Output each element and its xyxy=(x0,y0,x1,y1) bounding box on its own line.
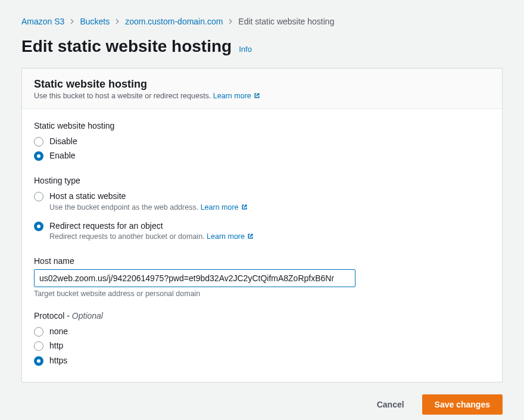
breadcrumb-link-bucket[interactable]: zoom.custom-domain.com xyxy=(125,17,223,26)
radio-enable[interactable]: Enable xyxy=(34,148,490,163)
page-title: Edit static website hosting xyxy=(21,37,232,56)
learn-more-link[interactable]: Learn more xyxy=(213,92,261,100)
external-link-icon xyxy=(241,203,248,211)
chevron-right-icon xyxy=(114,18,120,24)
host-name-input[interactable] xyxy=(34,269,355,287)
field-label: Host name xyxy=(34,256,490,266)
cancel-button[interactable]: Cancel xyxy=(365,394,416,415)
field-protocol: Protocol - Optional none http https xyxy=(34,311,490,368)
panel-title: Static website hosting xyxy=(34,78,490,91)
breadcrumb-link-s3[interactable]: Amazon S3 xyxy=(21,17,64,26)
field-label: Hosting type xyxy=(34,176,490,185)
radio-icon xyxy=(34,341,43,351)
radio-icon xyxy=(34,137,43,147)
radio-icon xyxy=(34,356,43,366)
field-static-hosting: Static website hosting Disable Enable xyxy=(34,121,490,163)
save-changes-button[interactable]: Save changes xyxy=(422,394,503,415)
field-label: Static website hosting xyxy=(34,121,490,130)
field-host-name: Host name Target bucket website address … xyxy=(34,256,490,298)
breadcrumb-current: Edit static website hosting xyxy=(238,17,334,26)
external-link-icon xyxy=(253,92,261,99)
radio-disable[interactable]: Disable xyxy=(34,134,490,148)
radio-protocol-none[interactable]: none xyxy=(34,324,490,338)
panel-static-website-hosting: Static website hosting Use this bucket t… xyxy=(21,68,503,382)
learn-more-link[interactable]: Learn more xyxy=(207,232,254,241)
field-hint: Target bucket website address or persona… xyxy=(34,290,490,298)
radio-icon xyxy=(34,192,43,201)
radio-icon xyxy=(34,327,43,337)
radio-host-static[interactable]: Host a static website Use the bucket end… xyxy=(34,189,490,213)
info-link[interactable]: Info xyxy=(239,45,252,54)
learn-more-link[interactable]: Learn more xyxy=(201,203,248,211)
chevron-right-icon xyxy=(69,18,75,24)
radio-icon xyxy=(34,222,43,231)
field-hosting-type: Hosting type Host a static website Use t… xyxy=(34,176,490,243)
external-link-icon xyxy=(247,232,254,240)
radio-icon xyxy=(34,151,43,161)
field-label: Protocol - Optional xyxy=(34,311,490,321)
breadcrumb: Amazon S3 Buckets zoom.custom-domain.com… xyxy=(21,17,503,26)
breadcrumb-link-buckets[interactable]: Buckets xyxy=(80,17,110,26)
radio-protocol-https[interactable]: https xyxy=(34,353,490,368)
radio-protocol-http[interactable]: http xyxy=(34,338,490,353)
radio-redirect[interactable]: Redirect requests for an object Redirect… xyxy=(34,219,490,243)
chevron-right-icon xyxy=(227,18,233,24)
panel-subtitle: Use this bucket to host a website or red… xyxy=(34,92,490,100)
